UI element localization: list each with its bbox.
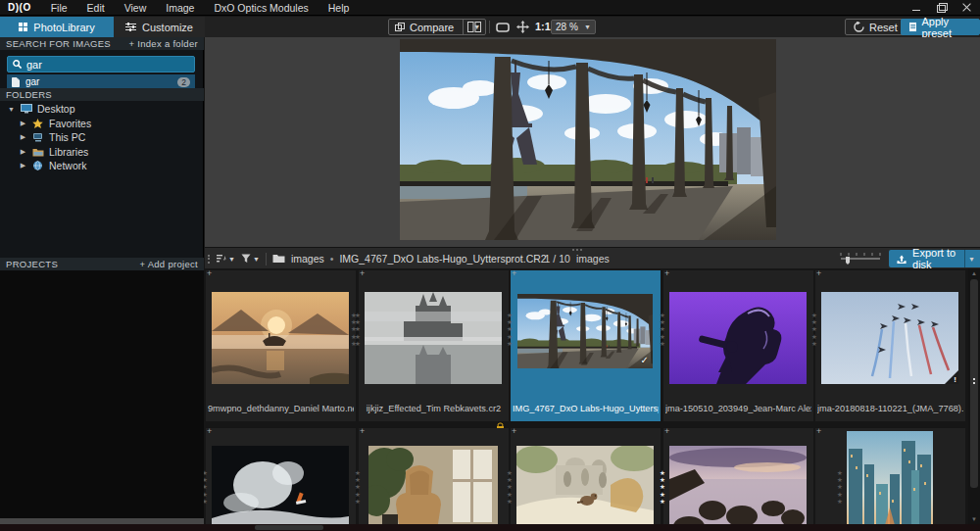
- plus-icon[interactable]: +: [360, 268, 365, 278]
- filmstrip-grip-icon[interactable]: [208, 255, 210, 264]
- menu-edit[interactable]: Edit: [77, 0, 115, 16]
- plus-icon[interactable]: +: [816, 426, 821, 436]
- plus-icon[interactable]: +: [816, 268, 821, 278]
- thumbnail-cell[interactable]: + ★★★★★ 9mwpno_dethdanny_Daniel Marto.ne…: [206, 270, 356, 421]
- plus-icon[interactable]: +: [512, 268, 516, 278]
- thumbnail-image[interactable]: [212, 292, 349, 384]
- scroll-up-icon[interactable]: ▲: [968, 268, 980, 278]
- search-section-header: SEARCH FOR IMAGES + Index a folder: [0, 37, 204, 50]
- plus-icon[interactable]: +: [207, 426, 212, 436]
- chevron-collapsed-icon[interactable]: ▶: [19, 133, 27, 141]
- file-icon: [12, 77, 20, 87]
- horizontal-scrollbar-thumb[interactable]: [255, 525, 323, 530]
- fit-screen-icon[interactable]: [496, 23, 510, 32]
- menu-help[interactable]: Help: [318, 0, 360, 16]
- plus-icon[interactable]: +: [664, 268, 669, 278]
- chevron-down-icon: ▼: [584, 24, 591, 30]
- menu-file[interactable]: File: [41, 0, 77, 16]
- dxo-logo: D)(O: [8, 2, 31, 13]
- thumbnail-cell-selected[interactable]: + ✓ ★★★★★ IMG_4767_DxO Labs-Hugo_Uytters…: [511, 270, 661, 421]
- thumbnail-image[interactable]: !: [821, 292, 958, 384]
- add-project-link[interactable]: + Add project: [139, 259, 198, 269]
- star-rating[interactable]: ★★★★★: [507, 312, 513, 347]
- tree-label: Libraries: [49, 146, 88, 158]
- star-rating[interactable]: ★★★★★: [660, 469, 665, 505]
- thumbnail-cell[interactable]: + ★★★★★: [815, 428, 965, 524]
- reset-button[interactable]: Reset: [845, 19, 906, 35]
- thumbnail-image[interactable]: [365, 292, 502, 384]
- star-rating[interactable]: ★★★★★: [837, 469, 843, 505]
- thumbnail-image[interactable]: [669, 292, 807, 384]
- tab-photolibrary[interactable]: PhotoLibrary: [0, 17, 114, 37]
- filename-label: jma-20180818-110221_(JMA_7768).NEF: [817, 404, 963, 413]
- menu-view[interactable]: View: [115, 0, 157, 16]
- chevron-expanded-icon[interactable]: ▼: [7, 106, 16, 113]
- tree-item-network[interactable]: ▶ Network: [0, 159, 204, 173]
- chevron-collapsed-icon[interactable]: ▶: [19, 162, 27, 169]
- star-rating[interactable]: ★★★★★: [355, 469, 361, 505]
- apply-preset-button[interactable]: Apply preset: [901, 19, 980, 35]
- star-rating[interactable]: ★★★★★: [507, 469, 513, 505]
- zoom-level-select[interactable]: 28 % ▼: [551, 20, 596, 34]
- star-rating[interactable]: ★★★★★: [204, 469, 208, 505]
- chevron-collapsed-icon[interactable]: ▶: [19, 148, 27, 156]
- pan-icon[interactable]: [516, 21, 529, 33]
- plus-icon[interactable]: +: [512, 426, 516, 436]
- minimize-icon[interactable]: [911, 3, 921, 13]
- breadcrumb-folder[interactable]: images: [291, 253, 324, 265]
- thumbnail-cell[interactable]: + ★★★★★ jma-150510_203949_Jean-Marc Al: [663, 270, 813, 421]
- tree-item-libraries[interactable]: ▶ Libraries: [0, 145, 204, 160]
- star-rating[interactable]: ★★★★★: [355, 312, 361, 347]
- menu-image[interactable]: Image: [156, 0, 204, 16]
- zoom-1-1-button[interactable]: 1:1: [535, 21, 551, 32]
- split-view-icon[interactable]: [467, 22, 481, 32]
- breadcrumb-current-file: IMG_4767_DxO Labs-Hugo_Uyttersprot.CR2: [339, 253, 546, 265]
- grid-icon: [19, 23, 27, 31]
- vertical-scrollbar[interactable]: ▲ ▼: [968, 268, 980, 524]
- export-options-dropdown[interactable]: ▼: [964, 250, 978, 267]
- thumbnail-image[interactable]: [212, 446, 349, 524]
- thumbnail-image[interactable]: [847, 431, 933, 524]
- thumbnail-image[interactable]: [516, 446, 654, 524]
- thumbnail-cell[interactable]: +: [815, 270, 965, 421]
- scroll-down-icon[interactable]: ▼: [968, 514, 980, 524]
- thumbnail-cell[interactable]: + ★★★★★: [359, 428, 509, 524]
- counter-value: 1 / 10: [545, 253, 570, 265]
- thumbnail-image[interactable]: [368, 446, 498, 524]
- search-input[interactable]: [26, 59, 173, 71]
- plus-icon[interactable]: +: [207, 268, 212, 278]
- pc-icon: [32, 132, 44, 142]
- compare-label: Compare: [410, 22, 454, 33]
- chevron-down-icon: ▼: [253, 256, 260, 263]
- tree-item-favorites[interactable]: ▶ Favorites: [0, 117, 204, 131]
- thumbnail-cell[interactable]: + ★★★★★: [663, 428, 813, 524]
- thumbnail-cell[interactable]: + ★★★★★: [206, 428, 356, 524]
- filename-label: ijkjiz_Effected_Tim Rebkavets.cr2: [361, 404, 507, 413]
- search-input-box[interactable]: [7, 56, 195, 72]
- thumbnail-size-slider[interactable]: [840, 253, 881, 265]
- tab-customize[interactable]: Customize: [114, 17, 205, 37]
- index-a-folder-link[interactable]: + Index a folder: [128, 38, 198, 49]
- star-rating[interactable]: ★★★★★: [811, 312, 817, 347]
- search-suggestion-row[interactable]: gar 2: [7, 74, 195, 89]
- toolbar-divider: [489, 21, 490, 33]
- filmstrip-toolbar: ▼ ▼ images • IMG_4767_DxO Labs-Hugo_Uytt…: [205, 247, 980, 268]
- tree-item-this-pc[interactable]: ▶ This PC: [0, 130, 204, 145]
- menu-dxo-optics-modules[interactable]: DxO Optics Modules: [204, 0, 318, 16]
- horizontal-scrollbar[interactable]: [0, 524, 980, 531]
- sort-button[interactable]: ▼: [217, 254, 235, 264]
- thumbnail-image[interactable]: ✓: [517, 294, 653, 368]
- thumbnail-cell[interactable]: + ★★★★★ ijkjiz_Effected_Tim: [359, 270, 509, 421]
- tree-item-desktop[interactable]: ▼ Desktop: [0, 102, 204, 117]
- top-toolbar: PhotoLibrary Customize Compare ▼ 1:1 28 …: [0, 17, 980, 37]
- plus-icon[interactable]: +: [360, 426, 365, 436]
- restore-icon[interactable]: [937, 3, 947, 13]
- chevron-collapsed-icon[interactable]: ▶: [19, 120, 27, 127]
- tree-label: This PC: [49, 131, 85, 143]
- filter-button[interactable]: ▼: [241, 254, 260, 264]
- star-rating[interactable]: ★★★★★: [660, 312, 665, 347]
- thumbnail-cell[interactable]: + ★★★★★: [511, 428, 661, 524]
- thumbnail-image[interactable]: [669, 446, 807, 524]
- plus-icon[interactable]: +: [664, 426, 669, 436]
- close-icon[interactable]: [962, 3, 972, 13]
